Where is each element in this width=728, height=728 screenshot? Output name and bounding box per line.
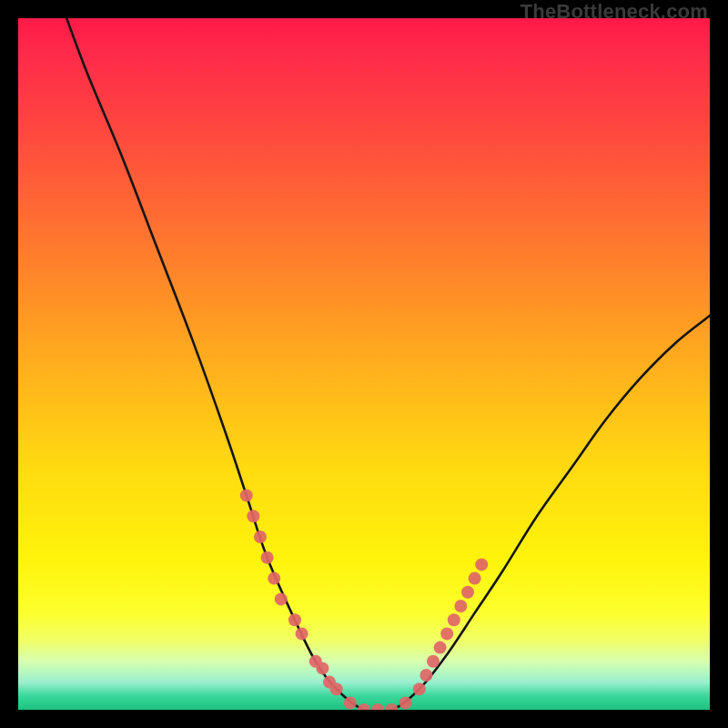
data-marker xyxy=(427,655,440,668)
data-marker xyxy=(316,662,329,674)
data-markers xyxy=(240,489,488,710)
plot-area xyxy=(18,18,710,710)
data-marker xyxy=(275,592,288,605)
data-marker xyxy=(413,682,426,695)
curve-layer xyxy=(18,18,710,710)
bottleneck-curve xyxy=(66,18,710,710)
data-marker xyxy=(240,489,253,501)
data-marker xyxy=(420,669,432,682)
data-marker xyxy=(469,572,481,585)
data-marker xyxy=(254,531,267,543)
data-marker xyxy=(247,510,259,522)
data-marker xyxy=(461,586,474,599)
data-marker xyxy=(296,627,308,640)
data-marker xyxy=(475,558,488,571)
data-marker xyxy=(261,551,274,564)
data-marker xyxy=(385,703,398,710)
data-marker xyxy=(454,600,467,612)
chart-frame: TheBottleneck.com xyxy=(0,0,728,728)
data-marker xyxy=(330,682,343,695)
data-marker xyxy=(440,627,453,640)
data-marker xyxy=(344,696,357,709)
data-marker xyxy=(268,572,280,585)
data-marker xyxy=(288,613,301,626)
data-marker xyxy=(399,696,412,709)
data-marker xyxy=(371,703,384,710)
data-marker xyxy=(358,703,370,710)
data-marker xyxy=(448,613,460,626)
data-marker xyxy=(434,642,447,654)
